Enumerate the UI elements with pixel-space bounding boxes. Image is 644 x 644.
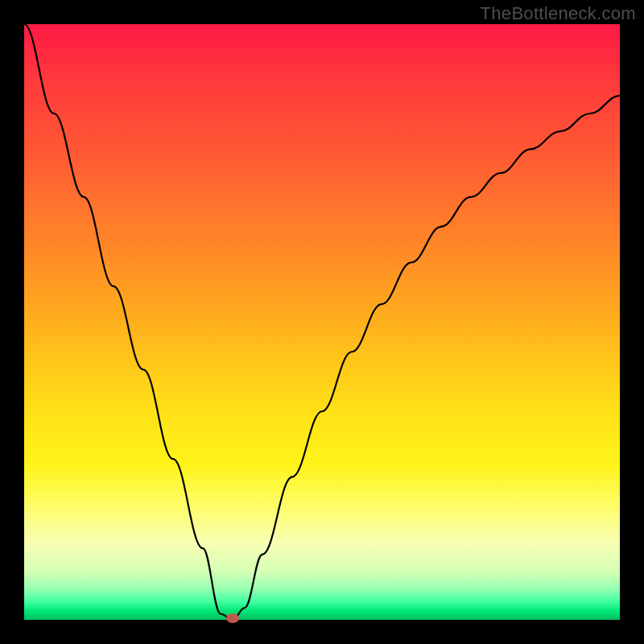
bottleneck-curve: [24, 24, 620, 620]
optimum-marker: [226, 613, 239, 623]
watermark-text: TheBottleneck.com: [481, 3, 636, 24]
curve-line: [24, 24, 620, 620]
plot-area: [24, 24, 620, 620]
chart-frame: TheBottleneck.com: [0, 0, 644, 644]
